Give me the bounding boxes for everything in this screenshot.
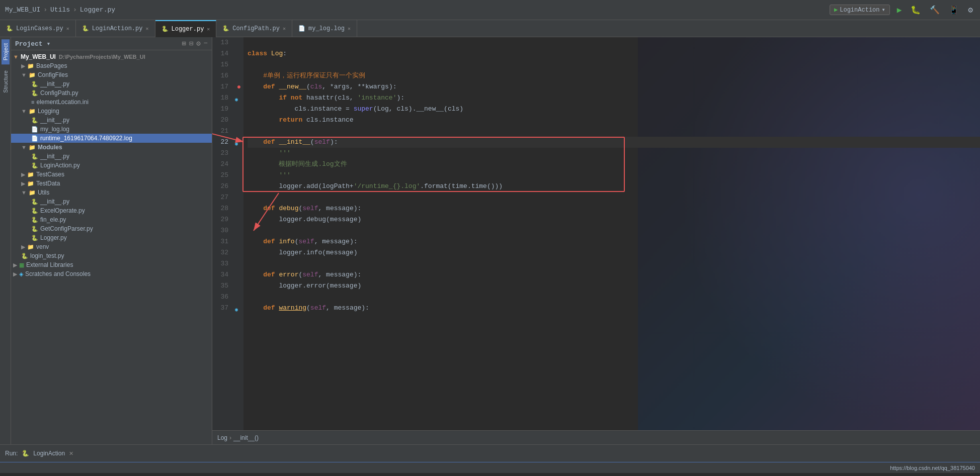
log-icon: 📄 <box>298 25 305 32</box>
chevron-right-icon: ▶ <box>13 262 17 268</box>
tree-item-Logger-file[interactable]: 🐍 Logger.py <box>11 233 212 242</box>
close-run-icon[interactable]: ✕ <box>69 450 73 457</box>
code-line-14: class Log: <box>248 48 980 59</box>
tab-LoginCases[interactable]: 🐍 LoginCases.py ✕ <box>0 20 76 37</box>
tree-item-elementLocation[interactable]: ≡ elementLocation.ini <box>11 98 212 107</box>
tree-item-LoginAction[interactable]: 🐍 LoginAction.py <box>11 161 212 170</box>
tree-item-venv[interactable]: ▶ 📁 venv <box>11 242 212 251</box>
tree-item-init-utils[interactable]: 🐍 __init__.py <box>11 197 212 206</box>
tree-item-init-log[interactable]: 🐍 __init__.py <box>11 116 212 125</box>
bottom-breadcrumb-bar: Log › __init__() <box>212 430 980 444</box>
top-right-controls: ▶ LoginAction ▾ ▶ 🐛 🔨 📱 ⚙ <box>830 4 975 16</box>
tree-item-GetConfigParser[interactable]: 🐍 GetConfigParser.py <box>11 224 212 233</box>
tree-item-fin-ele[interactable]: 🐍 fin_ele.py <box>11 215 212 224</box>
code-editor: 13 14 15 16 17 18 19 20 21 22 23 24 25 2… <box>212 37 980 444</box>
tab-ConfigPath[interactable]: 🐍 ConfigPath.py ✕ <box>216 20 292 37</box>
tree-item-init-cf[interactable]: 🐍 __init__.py <box>11 79 212 88</box>
debug-button[interactable]: 🐛 <box>909 4 923 16</box>
tree-item-TestData[interactable]: ▶ 📁 TestData <box>11 179 212 188</box>
folder-icon: 📁 <box>29 108 36 115</box>
tree-item-Logging[interactable]: ▼ 📁 Logging <box>11 107 212 116</box>
tree-item-runtime-log[interactable]: 📄 runtime_1619617064.7480922.log <box>11 134 212 143</box>
breadcrumb-sep1: › <box>43 6 47 14</box>
tree-label-runtime-log: runtime_1619617064.7480922.log <box>40 135 132 142</box>
run-label: Run: <box>5 450 18 457</box>
status-bar: https://blog.csdn.net/qq_38175040 <box>0 462 980 473</box>
sidebar-item-structure[interactable]: Structure <box>2 66 10 97</box>
device-button[interactable]: 📱 <box>947 4 961 16</box>
close-icon[interactable]: ✕ <box>283 26 286 32</box>
close-icon[interactable]: ✕ <box>207 26 210 32</box>
tree-item-ExcelOperate[interactable]: 🐍 ExcelOperate.py <box>11 206 212 215</box>
gutter: ● ◉ ◉ <box>234 37 243 430</box>
tree-item-root[interactable]: ▼ My_WEB_UI D:\PycharmProjects\My_WEB_UI <box>11 52 212 61</box>
sidebar-item-project[interactable]: Project <box>2 39 10 64</box>
run-bar: Run: 🐍 LoginAction ✕ <box>0 444 980 462</box>
tree-item-Utils[interactable]: ▼ 📁 Utils <box>11 188 212 197</box>
close-icon[interactable]: ✕ <box>145 26 148 32</box>
tree-label-scratches: Scratches and Consoles <box>25 270 91 277</box>
library-icon: ▦ <box>19 262 24 268</box>
tree-item-Modules[interactable]: ▼ 📁 Modules <box>11 143 212 152</box>
folder-icon: 📁 <box>27 244 34 250</box>
code-line-29: logger.debug(message) <box>248 214 980 225</box>
folder-icon: 📁 <box>29 144 36 151</box>
tree-item-init-mod[interactable]: 🐍 __init__.py <box>11 152 212 161</box>
run-config-selector[interactable]: ▶ LoginAction ▾ <box>830 5 890 15</box>
status-url: https://blog.csdn.net/qq_38175040 <box>890 465 975 471</box>
chevron-down-icon: ▼ <box>21 108 27 114</box>
expand-icon[interactable]: ⊞ <box>182 39 186 48</box>
chevron-down-icon: ▼ <box>21 189 27 196</box>
py-file-icon: 🐍 <box>31 208 38 214</box>
py-file-icon: 🐍 <box>31 235 38 241</box>
folder-icon: 📁 <box>29 72 36 78</box>
close-icon[interactable]: ✕ <box>348 26 351 32</box>
run-config-name[interactable]: LoginAction <box>33 450 65 457</box>
tree-label-login-test: login_test.py <box>30 252 64 259</box>
tree-item-my-log[interactable]: 📄 my_log.log <box>11 125 212 134</box>
folder-icon: 📁 <box>27 63 34 69</box>
tree-label-ConfigPath: ConfigPath.py <box>40 89 78 97</box>
ini-file-icon: ≡ <box>31 99 34 105</box>
py-file-icon: 🐍 <box>31 226 38 232</box>
collapse-icon[interactable]: ⊟ <box>189 39 193 48</box>
code-line-17: def __new__(cls, *args, **kwargs): <box>248 81 980 92</box>
chevron-right-icon: ▶ <box>13 271 17 277</box>
settings-button[interactable]: ⚙ <box>966 4 975 16</box>
build-button[interactable]: 🔨 <box>928 4 942 16</box>
tree-item-ConfigPath[interactable]: 🐍 ConfigPath.py <box>11 88 212 98</box>
sidebar-title: Project ▾ <box>15 40 50 48</box>
tree-item-login-test[interactable]: 🐍 login_test.py <box>11 251 212 260</box>
run-button[interactable]: ▶ <box>895 4 904 16</box>
py-file-icon: 🐍 <box>31 117 38 124</box>
tree-item-BasePages[interactable]: ▶ 📁 BasePages <box>11 61 212 70</box>
code-lines[interactable]: class Log: #单例，运行程序保证只有一个实例 def __new__(… <box>243 37 980 430</box>
tree-item-scratches[interactable]: ▶ ◈ Scratches and Consoles <box>11 269 212 278</box>
sidebar-icons: ⊞ ⊟ ⚙ − <box>182 39 208 48</box>
py-file-icon: 🐍 <box>31 81 38 87</box>
code-content[interactable]: 13 14 15 16 17 18 19 20 21 22 23 24 25 2… <box>212 37 980 430</box>
tree-item-ConfigFiles[interactable]: ▼ 📁 ConfigFiles <box>11 70 212 79</box>
tab-mylog[interactable]: 📄 my_log.log ✕ <box>292 20 357 37</box>
tree-label-ExcelOperate: ExcelOperate.py <box>40 207 85 214</box>
close-icon[interactable]: ✕ <box>66 26 69 32</box>
py-icon: 🐍 <box>222 25 229 32</box>
chevron-down-icon: ▼ <box>21 144 27 150</box>
code-line-13 <box>248 37 980 48</box>
minus-icon[interactable]: − <box>204 39 208 48</box>
tree-label-init-log: __init__.py <box>40 117 69 124</box>
chevron-right-icon: ▶ <box>21 171 25 178</box>
chevron-right-icon: ▶ <box>21 63 25 69</box>
tree-label-init-utils: __init__.py <box>40 198 69 205</box>
code-line-25: ''' <box>248 170 980 181</box>
tab-Logger[interactable]: 🐍 Logger.py ✕ <box>155 20 217 37</box>
gear-icon[interactable]: ⚙ <box>196 39 200 48</box>
tab-LoginAction[interactable]: 🐍 LoginAction.py ✕ <box>76 20 155 37</box>
tree-item-ext-libs[interactable]: ▶ ▦ External Libraries <box>11 260 212 269</box>
code-line-23: ''' <box>248 148 980 159</box>
tree-label-Utils: Utils <box>38 189 49 196</box>
run-icon: 🐍 <box>22 450 29 457</box>
tree-item-TestCases[interactable]: ▶ 📁 TestCases <box>11 170 212 179</box>
project-name[interactable]: My_WEB_UI <box>5 6 40 14</box>
py-icon: 🐍 <box>6 25 13 32</box>
